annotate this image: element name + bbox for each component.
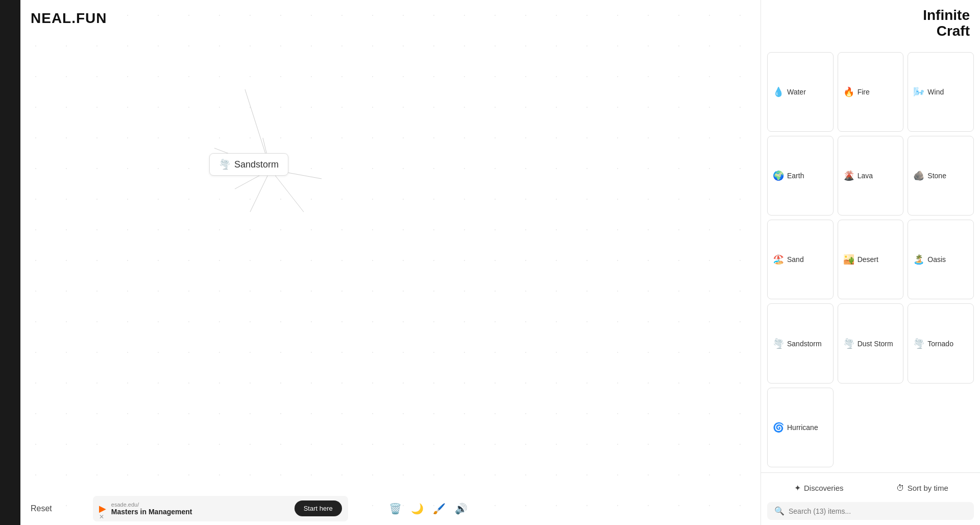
item-btn-lava[interactable]: 🌋Lava [838, 136, 904, 216]
canvas-area[interactable]: NEAL.FUN 🌪️ Sandstorm Reset ▶ esade.edu/… [20, 0, 761, 525]
item-label-desert: Desert [857, 255, 878, 264]
search-input[interactable] [789, 507, 967, 515]
item-emoji-tornado: 🌪️ [913, 338, 924, 349]
item-emoji-duststorm: 🌪️ [843, 338, 854, 349]
canvas-sandstorm-element[interactable]: 🌪️ Sandstorm [209, 153, 288, 176]
search-icon: 🔍 [774, 506, 785, 516]
item-emoji-sandstorm: 🌪️ [773, 338, 784, 349]
item-label-tornado: Tornado [927, 340, 953, 348]
item-emoji-lava: 🌋 [843, 170, 854, 181]
item-btn-oasis[interactable]: 🏝️Oasis [908, 220, 974, 299]
item-emoji-hurricane: 🌀 [773, 422, 784, 433]
item-btn-duststorm[interactable]: 🌪️Dust Storm [838, 303, 904, 383]
item-emoji-stone: 🪨 [913, 170, 924, 181]
item-btn-hurricane[interactable]: 🌀Hurricane [767, 388, 834, 467]
item-btn-fire[interactable]: 🔥Fire [838, 52, 904, 132]
item-btn-tornado[interactable]: 🌪️Tornado [908, 303, 974, 383]
item-btn-earth[interactable]: 🌍Earth [767, 136, 834, 216]
bottom-bar: Reset ▶ esade.edu/ Masters in Management… [20, 492, 761, 525]
item-emoji-desert: 🏜️ [843, 254, 854, 265]
ad-cta-button[interactable]: Start here [295, 500, 342, 516]
ad-close-icon[interactable]: ✕ [99, 513, 104, 520]
item-btn-desert[interactable]: 🏜️Desert [838, 220, 904, 299]
svg-line-2 [250, 170, 271, 212]
sort-time-icon: ⏱ [896, 484, 904, 493]
app-title-line1: Infinite [923, 7, 970, 23]
search-bar: 🔍 [767, 502, 974, 520]
ad-text: esade.edu/ Masters in Management [111, 502, 192, 516]
item-emoji-earth: 🌍 [773, 170, 784, 181]
sort-by-time-tab[interactable]: ⏱ Sort by time [871, 478, 974, 498]
ad-play-icon: ▶ [99, 503, 106, 514]
moon-button[interactable]: 🌙 [411, 503, 424, 515]
item-btn-wind[interactable]: 🌬️Wind [908, 52, 974, 132]
sandstorm-label: Sandstorm [234, 159, 279, 170]
item-emoji-wind: 🌬️ [913, 86, 924, 98]
reset-button[interactable]: Reset [31, 504, 52, 513]
item-btn-water[interactable]: 💧Water [767, 52, 834, 132]
sidebar-bottom: ✦ Discoveries ⏱ Sort by time 🔍 [761, 472, 980, 525]
item-btn-sandstorm[interactable]: 🌪️Sandstorm [767, 303, 834, 383]
logo-text: NEAL.FUN [31, 10, 107, 26]
bottom-icons: 🗑️ 🌙 🖌️ 🔊 [389, 503, 468, 515]
sidebar: Infinite Craft 💧Water🔥Fire🌬️Wind🌍Earth🌋L… [761, 0, 980, 525]
volume-button[interactable]: 🔊 [455, 503, 468, 515]
item-label-hurricane: Hurricane [787, 423, 818, 432]
items-grid: 💧Water🔥Fire🌬️Wind🌍Earth🌋Lava🪨Stone🏖️Sand… [761, 47, 980, 472]
app-title: Infinite Craft [761, 0, 980, 47]
item-label-stone: Stone [927, 172, 946, 180]
item-label-sand: Sand [787, 255, 804, 264]
item-emoji-sand: 🏖️ [773, 254, 784, 265]
item-label-water: Water [787, 88, 806, 96]
brush-button[interactable]: 🖌️ [433, 503, 446, 515]
discoveries-tab[interactable]: ✦ Discoveries [767, 478, 871, 498]
discoveries-label: Discoveries [804, 484, 844, 492]
sidebar-tabs: ✦ Discoveries ⏱ Sort by time [767, 478, 974, 498]
svg-line-3 [271, 170, 304, 212]
item-label-lava: Lava [857, 172, 873, 180]
ad-site: esade.edu/ [111, 502, 192, 508]
logo: NEAL.FUN [31, 10, 107, 27]
item-label-duststorm: Dust Storm [857, 340, 893, 348]
left-bar [0, 0, 20, 525]
item-btn-stone[interactable]: 🪨Stone [908, 136, 974, 216]
sort-by-time-label: Sort by time [908, 484, 948, 492]
sandstorm-emoji: 🌪️ [219, 159, 230, 170]
ad-banner: ▶ esade.edu/ Masters in Management Start… [93, 496, 348, 521]
item-emoji-water: 💧 [773, 86, 784, 98]
item-emoji-fire: 🔥 [843, 86, 854, 98]
item-label-earth: Earth [787, 172, 804, 180]
item-btn-sand[interactable]: 🏖️Sand [767, 220, 834, 299]
item-label-fire: Fire [857, 88, 870, 96]
app-title-line2: Craft [937, 23, 970, 39]
item-label-sandstorm: Sandstorm [787, 340, 822, 348]
item-label-oasis: Oasis [927, 255, 946, 264]
ad-title: Masters in Management [111, 508, 192, 516]
trash-button[interactable]: 🗑️ [389, 503, 402, 515]
discoveries-icon: ✦ [794, 483, 801, 493]
canvas-lines [20, 0, 761, 525]
item-emoji-oasis: 🏝️ [913, 254, 924, 265]
item-label-wind: Wind [927, 88, 944, 96]
